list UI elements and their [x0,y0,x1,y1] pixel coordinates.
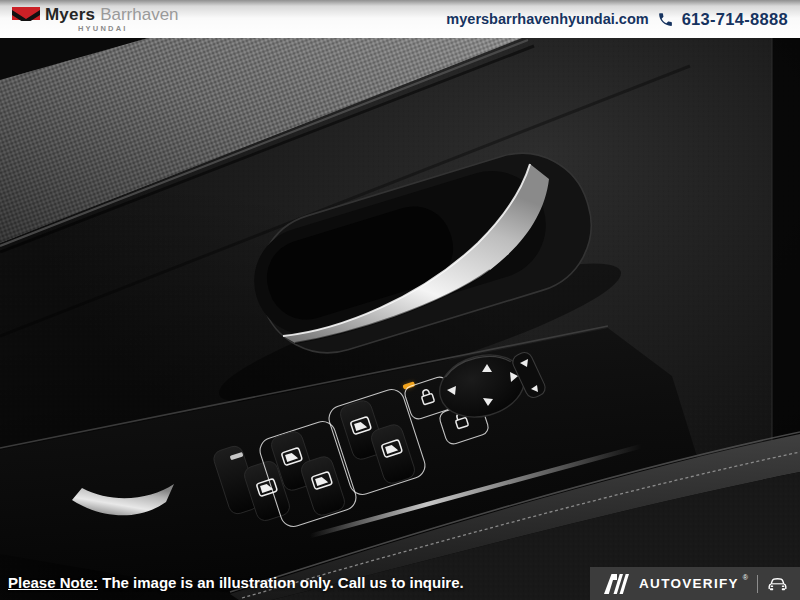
dealer-logo[interactable]: Myers Barrhaven HYUNDAI [12,6,179,33]
disclaimer-text: The image is an illustration only. Call … [98,574,464,591]
disclaimer-note: Please Note: The image is an illustratio… [8,574,464,591]
autoverify-badge[interactable]: AUTOVERIFY ® [590,567,800,600]
autoverify-logo-icon [604,574,630,594]
vehicle-door-panel-photo [0,38,800,600]
car-icon [767,576,788,591]
phone-icon [657,11,674,28]
phone-number[interactable]: 613-714-8888 [682,10,788,29]
dealer-brand: HYUNDAI [78,25,179,33]
dealer-header: Myers Barrhaven HYUNDAI myersbarrhavenhy… [0,0,800,38]
header-contact: myersbarrhavenhyundai.com 613-714-8888 [446,10,788,29]
dealer-name: Myers [45,6,95,23]
badge-divider [757,575,758,593]
myers-chevron-icon [12,7,40,21]
registered-trademark: ® [743,574,748,581]
dealer-location: Barrhaven [100,6,178,23]
autoverify-label: AUTOVERIFY [639,576,739,591]
disclaimer-label: Please Note: [8,574,98,591]
website-link[interactable]: myersbarrhavenhyundai.com [446,11,648,27]
